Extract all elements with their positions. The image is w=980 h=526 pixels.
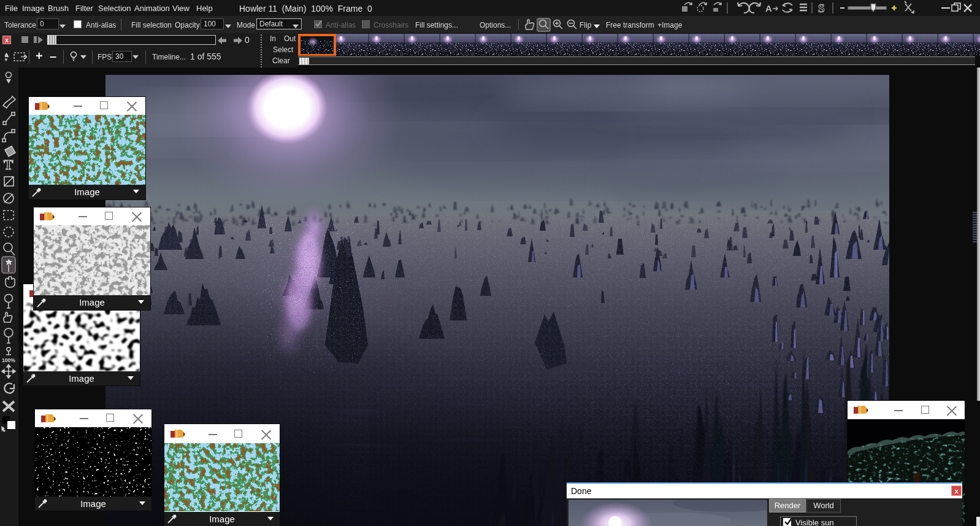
svg-text:S: S — [818, 2, 825, 15]
svg-text:100%: 100% — [2, 357, 15, 363]
svg-text:T: T — [4, 157, 13, 172]
svg-text:A: A — [765, 3, 772, 14]
